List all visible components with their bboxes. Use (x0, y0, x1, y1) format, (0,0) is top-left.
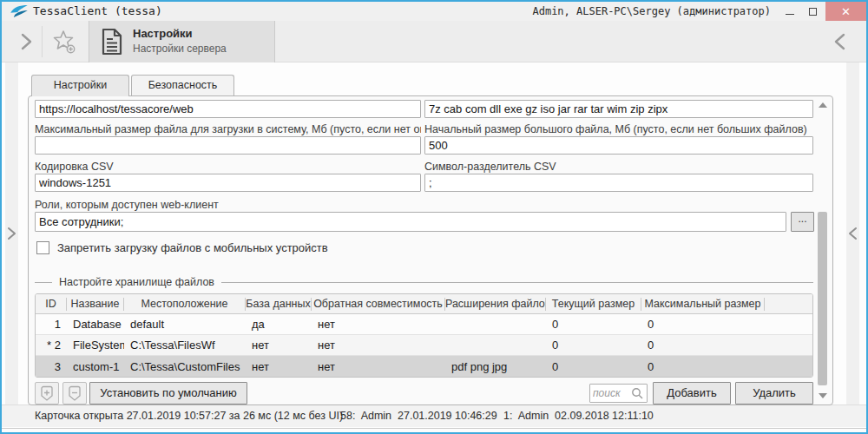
storage-table: ID Название Местоположение База данных О… (35, 293, 813, 378)
expand-menu-icon[interactable] (16, 31, 36, 52)
forbid-mobile-upload-checkbox[interactable] (36, 241, 49, 254)
bottom-divider (2, 428, 866, 429)
document-icon (101, 28, 123, 56)
col-id[interactable]: ID (36, 298, 67, 311)
chevron-right-icon (7, 227, 16, 240)
web-roles-input[interactable] (35, 212, 786, 232)
max-file-size-label: Максимальный размер файла для загрузки в… (35, 123, 421, 135)
status-card-opened: Карточка открыта 27.01.2019 10:57:27 за … (35, 410, 343, 422)
scroll-down-icon[interactable] (819, 393, 827, 398)
minimize-icon (786, 14, 794, 15)
delete-button[interactable]: Удалить (735, 382, 813, 404)
table-row[interactable]: 1 Database default да нет 0 0 (36, 314, 812, 335)
search-input[interactable] (593, 385, 631, 401)
right-panel-expander[interactable] (846, 62, 859, 404)
csv-separator-label: Символ-разделитель CSV (424, 161, 813, 173)
tessa-logo-icon (10, 4, 29, 18)
large-file-size-label: Начальный размер большого файла, Мб (пус… (424, 123, 813, 135)
csv-separator-input[interactable] (424, 174, 813, 192)
scroll-thumb[interactable] (818, 212, 827, 385)
add-permission-button[interactable] (35, 382, 59, 404)
left-panel-expander[interactable] (5, 62, 18, 404)
minimize-button[interactable] (779, 2, 801, 21)
web-address-input[interactable] (35, 100, 421, 118)
title-bar: TessaClient (tessa) Admin, ALSER-PC\Serg… (2, 2, 866, 21)
csv-encoding-input[interactable] (35, 174, 421, 192)
status-created: 1: Admin 02.09.2018 12:11:10 (503, 410, 654, 422)
col-location[interactable]: Местоположение (124, 298, 246, 311)
shield-minus-icon (68, 385, 82, 401)
web-roles-browse-button[interactable]: ... (791, 212, 814, 232)
storage-table-header: ID Название Местоположение База данных О… (36, 294, 812, 314)
remove-permission-button[interactable] (62, 382, 87, 404)
toolbar: Настройки Настройки сервера (2, 21, 866, 62)
shield-plus-icon (40, 385, 54, 401)
card-tab-subtitle: Настройки сервера (133, 43, 227, 55)
col-current-size[interactable]: Текущий размер (546, 298, 641, 311)
vertical-scrollbar[interactable] (817, 99, 829, 402)
tab-settings[interactable]: Настройки (31, 75, 129, 96)
web-roles-label: Роли, которым доступен web-клиент (35, 199, 219, 211)
card-tab-title: Настройки (133, 27, 193, 40)
table-row-selected[interactable]: 3 custom-1 C:\Tessa\CustomFiles нет нет … (36, 356, 812, 377)
status-modified: 58: Admin 27.01.2019 10:46:29 (340, 410, 497, 422)
max-file-size-input[interactable] (35, 136, 421, 155)
add-favorite-icon[interactable] (50, 28, 78, 56)
user-info: Admin, ALSER-PC\Sergey (администратор) (532, 5, 771, 17)
set-default-button[interactable]: Установить по умолчанию (89, 382, 247, 404)
card-tab-settings[interactable]: Настройки Настройки сервера (89, 21, 275, 62)
status-bar: Карточка открыта 27.01.2019 10:57:27 за … (2, 404, 866, 427)
forbid-mobile-upload-label: Запретить загрузку файлов с мобильных ус… (57, 241, 328, 254)
search-icon[interactable] (631, 387, 644, 400)
table-search (589, 384, 648, 403)
col-database[interactable]: База данных (246, 298, 312, 311)
app-window: TessaClient (tessa) Admin, ALSER-PC\Serg… (0, 0, 868, 434)
maximize-button[interactable] (801, 2, 824, 21)
csv-encoding-label: Кодировка CSV (35, 161, 421, 173)
col-name[interactable]: Название (67, 298, 124, 311)
scroll-up-icon[interactable] (819, 102, 827, 108)
settings-panel: Максимальный размер файла для загрузки в… (28, 95, 833, 405)
maximize-icon (809, 8, 817, 16)
col-max-size[interactable]: Максимальный размер (641, 298, 765, 311)
col-extensions[interactable]: Расширения файлов (445, 298, 546, 311)
forbidden-extensions-input[interactable] (424, 100, 813, 118)
col-compat[interactable]: Обратная совместимость (312, 298, 445, 311)
storage-group-title: Настройте хранилище файлов (35, 276, 813, 288)
large-file-size-input[interactable] (424, 136, 813, 155)
close-button[interactable]: ✕ (825, 2, 866, 21)
toolbar-separator (42, 26, 43, 57)
close-icon: ✕ (841, 6, 851, 17)
chevron-left-icon (848, 227, 858, 240)
collapse-right-icon[interactable] (830, 31, 851, 52)
window-title: TessaClient (tessa) (33, 4, 162, 17)
table-row[interactable]: * 2 FileSystem C:\Tessa\FilesWf нет нет … (36, 335, 812, 356)
tab-security[interactable]: Безопасность (131, 75, 234, 95)
add-button[interactable]: Добавить (653, 382, 731, 404)
